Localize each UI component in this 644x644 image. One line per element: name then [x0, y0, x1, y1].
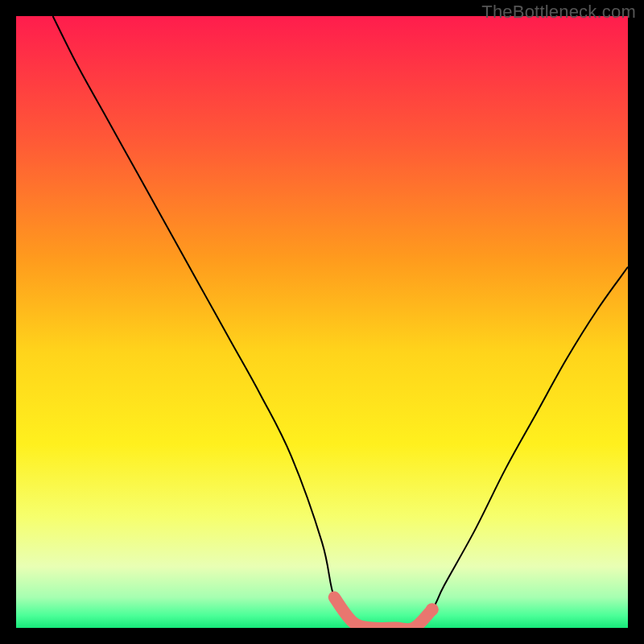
bottleneck-curve-svg: [16, 16, 628, 628]
bottleneck-curve: [53, 16, 628, 628]
watermark-text: TheBottleneck.com: [481, 2, 636, 23]
optimal-marker-dot: [426, 603, 439, 616]
chart-frame: TheBottleneck.com: [0, 0, 644, 644]
plot-area: [16, 16, 628, 628]
optimal-region-highlight: [334, 597, 432, 628]
